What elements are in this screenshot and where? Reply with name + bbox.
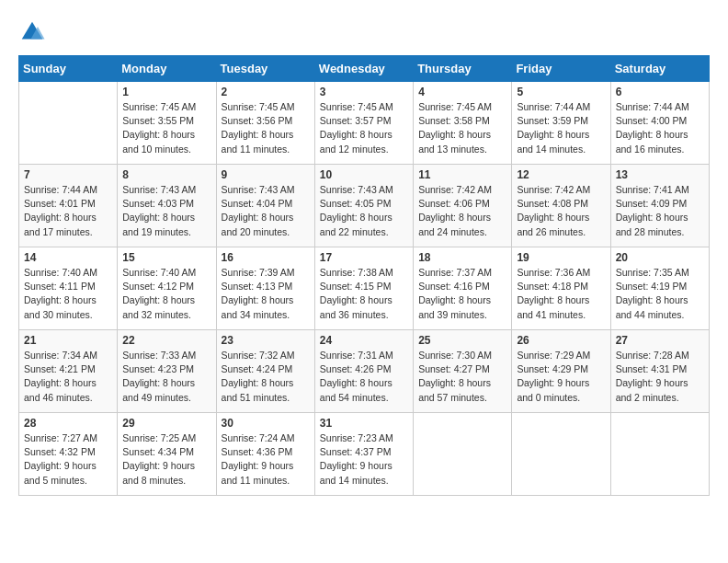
week-row-3: 21Sunrise: 7:34 AMSunset: 4:21 PMDayligh… (19, 330, 710, 413)
calendar-cell: 7Sunrise: 7:44 AMSunset: 4:01 PMDaylight… (19, 165, 118, 247)
day-info: Sunrise: 7:43 AMSunset: 4:03 PMDaylight:… (122, 183, 210, 239)
calendar-cell: 5Sunrise: 7:44 AMSunset: 3:59 PMDaylight… (512, 82, 610, 165)
week-row-4: 28Sunrise: 7:27 AMSunset: 4:32 PMDayligh… (19, 413, 710, 496)
day-info: Sunrise: 7:41 AMSunset: 4:09 PMDaylight:… (616, 183, 704, 239)
calendar-header-row: SundayMondayTuesdayWednesdayThursdayFrid… (19, 56, 710, 82)
day-number: 11 (418, 168, 506, 181)
calendar-cell: 2Sunrise: 7:45 AMSunset: 3:56 PMDaylight… (216, 82, 314, 165)
day-info: Sunrise: 7:44 AMSunset: 4:01 PMDaylight:… (24, 183, 112, 239)
calendar-page: SundayMondayTuesdayWednesdayThursdayFrid… (0, 0, 728, 505)
logo (18, 18, 48, 46)
col-header-tuesday: Tuesday (216, 56, 314, 82)
calendar-cell: 6Sunrise: 7:44 AMSunset: 4:00 PMDaylight… (610, 82, 709, 165)
day-info: Sunrise: 7:36 AMSunset: 4:18 PMDaylight:… (517, 266, 605, 322)
calendar-cell: 11Sunrise: 7:42 AMSunset: 4:06 PMDayligh… (414, 165, 512, 247)
calendar-cell: 29Sunrise: 7:25 AMSunset: 4:34 PMDayligh… (118, 413, 216, 496)
day-number: 12 (517, 168, 605, 181)
day-number: 19 (517, 251, 605, 264)
calendar-cell: 16Sunrise: 7:39 AMSunset: 4:13 PMDayligh… (216, 247, 314, 330)
day-info: Sunrise: 7:44 AMSunset: 4:00 PMDaylight:… (616, 100, 704, 156)
day-info: Sunrise: 7:45 AMSunset: 3:58 PMDaylight:… (418, 100, 506, 156)
day-number: 20 (616, 251, 704, 264)
day-number: 28 (24, 417, 112, 430)
day-number: 21 (24, 334, 112, 347)
day-number: 13 (616, 168, 704, 181)
day-number: 1 (122, 86, 210, 98)
calendar-cell: 18Sunrise: 7:37 AMSunset: 4:16 PMDayligh… (414, 247, 512, 330)
calendar-cell: 25Sunrise: 7:30 AMSunset: 4:27 PMDayligh… (414, 330, 512, 413)
calendar-cell (414, 413, 512, 496)
day-info: Sunrise: 7:25 AMSunset: 4:34 PMDaylight:… (122, 431, 210, 488)
col-header-sunday: Sunday (19, 56, 118, 82)
col-header-friday: Friday (512, 56, 610, 82)
calendar-cell: 15Sunrise: 7:40 AMSunset: 4:12 PMDayligh… (118, 247, 216, 330)
day-number: 30 (222, 417, 310, 430)
day-info: Sunrise: 7:39 AMSunset: 4:13 PMDaylight:… (222, 266, 310, 322)
day-info: Sunrise: 7:40 AMSunset: 4:12 PMDaylight:… (122, 266, 210, 322)
calendar-cell (610, 413, 709, 496)
calendar-cell: 1Sunrise: 7:45 AMSunset: 3:55 PMDaylight… (118, 82, 216, 165)
day-info: Sunrise: 7:43 AMSunset: 4:05 PMDaylight:… (320, 183, 408, 239)
header (18, 18, 710, 46)
week-row-1: 7Sunrise: 7:44 AMSunset: 4:01 PMDaylight… (19, 165, 710, 247)
day-number: 7 (24, 168, 112, 181)
day-info: Sunrise: 7:24 AMSunset: 4:36 PMDaylight:… (222, 431, 310, 488)
col-header-monday: Monday (118, 56, 216, 82)
day-number: 17 (320, 251, 408, 264)
col-header-wednesday: Wednesday (314, 56, 413, 82)
day-info: Sunrise: 7:28 AMSunset: 4:31 PMDaylight:… (616, 349, 704, 405)
day-number: 14 (24, 251, 112, 264)
day-number: 24 (320, 334, 408, 347)
calendar-cell: 20Sunrise: 7:35 AMSunset: 4:19 PMDayligh… (610, 247, 709, 330)
day-info: Sunrise: 7:38 AMSunset: 4:15 PMDaylight:… (320, 266, 408, 322)
calendar-cell: 12Sunrise: 7:42 AMSunset: 4:08 PMDayligh… (512, 165, 610, 247)
logo-icon (18, 18, 46, 46)
col-header-saturday: Saturday (610, 56, 709, 82)
day-number: 8 (122, 168, 210, 181)
calendar-table: SundayMondayTuesdayWednesdayThursdayFrid… (18, 55, 710, 496)
calendar-cell (512, 413, 610, 496)
day-info: Sunrise: 7:45 AMSunset: 3:55 PMDaylight:… (122, 100, 210, 156)
day-info: Sunrise: 7:33 AMSunset: 4:23 PMDaylight:… (122, 349, 210, 405)
day-number: 23 (222, 334, 310, 347)
day-info: Sunrise: 7:42 AMSunset: 4:06 PMDaylight:… (418, 183, 506, 239)
calendar-cell: 21Sunrise: 7:34 AMSunset: 4:21 PMDayligh… (19, 330, 118, 413)
day-number: 29 (122, 417, 210, 430)
day-number: 15 (122, 251, 210, 264)
day-info: Sunrise: 7:31 AMSunset: 4:26 PMDaylight:… (320, 349, 408, 405)
day-info: Sunrise: 7:32 AMSunset: 4:24 PMDaylight:… (222, 349, 310, 405)
day-info: Sunrise: 7:45 AMSunset: 3:56 PMDaylight:… (222, 100, 310, 156)
col-header-thursday: Thursday (414, 56, 512, 82)
calendar-cell: 19Sunrise: 7:36 AMSunset: 4:18 PMDayligh… (512, 247, 610, 330)
calendar-cell: 8Sunrise: 7:43 AMSunset: 4:03 PMDaylight… (118, 165, 216, 247)
calendar-cell: 13Sunrise: 7:41 AMSunset: 4:09 PMDayligh… (610, 165, 709, 247)
day-info: Sunrise: 7:44 AMSunset: 3:59 PMDaylight:… (517, 100, 605, 156)
day-number: 6 (616, 86, 704, 98)
day-number: 9 (222, 168, 310, 181)
calendar-cell (19, 82, 118, 165)
calendar-cell: 3Sunrise: 7:45 AMSunset: 3:57 PMDaylight… (314, 82, 413, 165)
day-info: Sunrise: 7:43 AMSunset: 4:04 PMDaylight:… (222, 183, 310, 239)
day-number: 5 (517, 86, 605, 98)
day-info: Sunrise: 7:34 AMSunset: 4:21 PMDaylight:… (24, 349, 112, 405)
calendar-cell: 28Sunrise: 7:27 AMSunset: 4:32 PMDayligh… (19, 413, 118, 496)
day-number: 26 (517, 334, 605, 347)
day-info: Sunrise: 7:37 AMSunset: 4:16 PMDaylight:… (418, 266, 506, 322)
calendar-cell: 22Sunrise: 7:33 AMSunset: 4:23 PMDayligh… (118, 330, 216, 413)
day-number: 2 (222, 86, 310, 98)
day-number: 27 (616, 334, 704, 347)
day-info: Sunrise: 7:35 AMSunset: 4:19 PMDaylight:… (616, 266, 704, 322)
day-info: Sunrise: 7:27 AMSunset: 4:32 PMDaylight:… (24, 431, 112, 488)
day-info: Sunrise: 7:42 AMSunset: 4:08 PMDaylight:… (517, 183, 605, 239)
calendar-cell: 30Sunrise: 7:24 AMSunset: 4:36 PMDayligh… (216, 413, 314, 496)
day-number: 10 (320, 168, 408, 181)
calendar-cell: 9Sunrise: 7:43 AMSunset: 4:04 PMDaylight… (216, 165, 314, 247)
day-number: 22 (122, 334, 210, 347)
day-info: Sunrise: 7:40 AMSunset: 4:11 PMDaylight:… (24, 266, 112, 322)
day-number: 18 (418, 251, 506, 264)
day-info: Sunrise: 7:30 AMSunset: 4:27 PMDaylight:… (418, 349, 506, 405)
day-number: 31 (320, 417, 408, 430)
day-info: Sunrise: 7:45 AMSunset: 3:57 PMDaylight:… (320, 100, 408, 156)
week-row-0: 1Sunrise: 7:45 AMSunset: 3:55 PMDaylight… (19, 82, 710, 165)
day-number: 16 (222, 251, 310, 264)
